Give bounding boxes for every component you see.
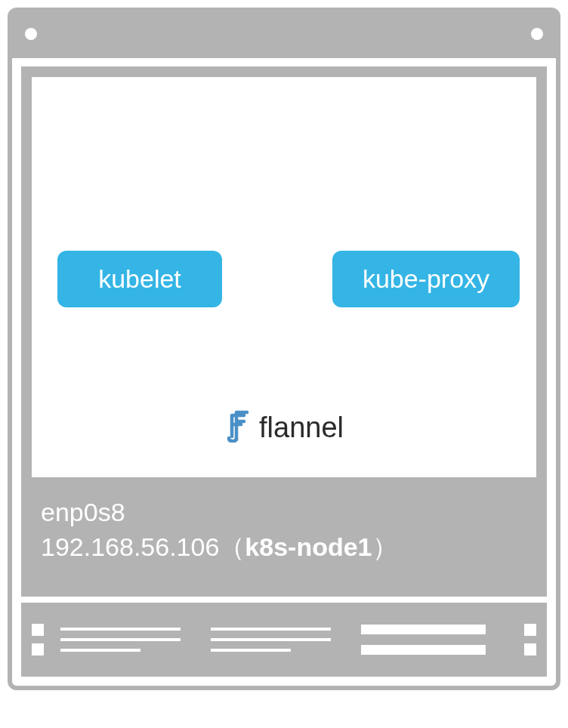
flannel-component: flannel <box>224 409 344 446</box>
kube-proxy-component: kube-proxy <box>332 251 520 307</box>
vent-lines-2 <box>211 628 344 652</box>
node-diagram: kubelet kube-proxy flannel enp0s8 192.16… <box>8 8 560 690</box>
indicator-square <box>32 624 44 636</box>
inner-wrapper: kubelet kube-proxy flannel enp0s8 192.16… <box>12 57 556 603</box>
indicator-squares-left <box>32 624 44 656</box>
indicator-square <box>524 624 536 636</box>
title-dot-right <box>531 28 543 40</box>
flannel-label: flannel <box>259 412 344 444</box>
kubelet-component: kubelet <box>57 251 222 307</box>
drive-slot <box>361 645 486 655</box>
indicator-squares-right <box>524 624 536 656</box>
vent-lines-1 <box>60 628 194 652</box>
vent-line <box>60 649 140 652</box>
vent-line <box>211 628 331 631</box>
title-bar <box>11 11 557 58</box>
network-interface-info: enp0s8 192.168.56.106（k8s-node1） <box>32 477 536 586</box>
interface-ip: 192.168.56.106 <box>41 532 219 561</box>
interface-name: enp0s8 <box>41 495 527 530</box>
hostname: k8s-node1 <box>245 532 372 561</box>
drive-slot <box>361 625 486 634</box>
vent-line <box>60 638 181 641</box>
vent-line <box>60 628 181 631</box>
indicator-square <box>32 643 44 656</box>
indicator-square <box>524 643 536 656</box>
title-dot-left <box>25 28 37 40</box>
interface-ip-line: 192.168.56.106（k8s-node1） <box>41 530 527 565</box>
content-frame: kubelet kube-proxy flannel enp0s8 192.16… <box>21 66 547 597</box>
drive-bay <box>361 625 508 655</box>
vent-line <box>211 649 291 652</box>
components-area: kubelet kube-proxy flannel <box>32 77 536 477</box>
vent-line <box>211 638 331 641</box>
hardware-bar <box>21 603 547 677</box>
flannel-icon <box>224 409 252 446</box>
